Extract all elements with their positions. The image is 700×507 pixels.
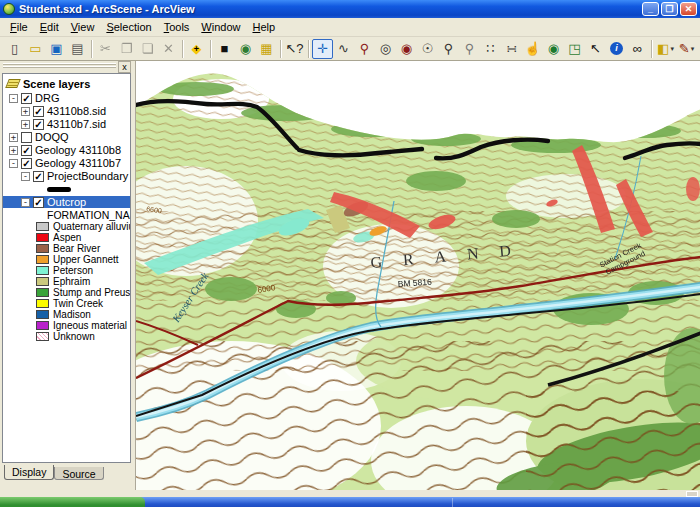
zoom-to-target-button[interactable]: ◉ — [396, 39, 417, 59]
zoom-to-target-icon: ◉ — [401, 42, 412, 55]
zoom-in-tool-button[interactable]: ⚲ — [354, 39, 375, 59]
open-folder-button[interactable]: ▭ — [25, 39, 46, 59]
print-button[interactable]: ▤ — [67, 39, 88, 59]
identify-button[interactable]: i — [606, 39, 627, 59]
toolbar-separator — [651, 40, 652, 58]
fill-color-picker-button[interactable]: ◧▾ — [655, 39, 676, 59]
layer-row-drg[interactable]: -✓DRG — [3, 92, 130, 104]
line-color-picker-dropdown[interactable]: ▾ — [691, 45, 695, 53]
geology-43110b7-expander[interactable]: - — [9, 159, 18, 168]
center-on-target-button[interactable]: ◎ — [375, 39, 396, 59]
new-document-button[interactable]: ▯ — [4, 39, 25, 59]
layer-row-projectboundary[interactable]: -✓ProjectBoundary — [3, 170, 130, 182]
toc-grab-handle[interactable] — [3, 63, 116, 69]
find-button[interactable]: ∞ — [627, 39, 648, 59]
layer-row-doqq[interactable]: +DOQQ — [3, 131, 130, 143]
minimize-button[interactable]: _ — [642, 2, 659, 16]
set-observer-button[interactable]: ☉ — [417, 39, 438, 59]
drg-checkbox[interactable]: ✓ — [21, 93, 32, 104]
pan-button[interactable]: ☝ — [522, 39, 543, 59]
menu-bar: FileEditViewSelectionToolsWindowHelp — [0, 18, 700, 37]
doqq-expander[interactable]: + — [9, 133, 18, 142]
fixed-zoom-in-button[interactable]: ∷ — [480, 39, 501, 59]
layer-row-43110b7-sid[interactable]: +✓43110b7.sid — [3, 118, 130, 130]
fly-button[interactable]: ∿ — [333, 39, 354, 59]
delete-button[interactable]: ✕ — [158, 39, 179, 59]
projectboundary-expander[interactable]: - — [21, 172, 30, 181]
zoom-to-selected-button[interactable]: ◳ — [564, 39, 585, 59]
full-extent-button[interactable]: ◉ — [543, 39, 564, 59]
zoom-in-icon: ⚲ — [444, 42, 454, 55]
menu-item-file[interactable]: File — [4, 19, 34, 35]
43110b7-sid-expander[interactable]: + — [21, 120, 30, 129]
43110b7-sid-checkbox[interactable]: ✓ — [33, 119, 44, 130]
outcrop-expander[interactable]: - — [21, 198, 30, 207]
windows-taskbar[interactable] — [0, 497, 700, 507]
43110b8-sid-label[interactable]: 43110b8.sid — [47, 105, 106, 117]
arccatalog-button[interactable]: ▦ — [256, 39, 277, 59]
add-data-button[interactable]: ◆+ — [186, 39, 207, 59]
zoom-in-button[interactable]: ⚲ — [438, 39, 459, 59]
fixed-zoom-out-button[interactable]: ∺ — [501, 39, 522, 59]
drg-expander[interactable]: - — [9, 94, 18, 103]
contour-lines-bottom-right — [526, 391, 700, 490]
tab-source[interactable]: Source — [54, 467, 103, 480]
outcrop-checkbox[interactable]: ✓ — [33, 197, 44, 208]
zoom-out-icon: ⚲ — [465, 42, 475, 55]
toc-close-button[interactable]: x — [118, 61, 131, 73]
geology-43110b7-label[interactable]: Geology 43110b7 — [35, 157, 121, 169]
select-features-icon: ↖ — [590, 42, 601, 55]
cut-button[interactable]: ✂ — [95, 39, 116, 59]
cut-icon: ✂ — [100, 42, 111, 55]
layer-row-43110b8-sid[interactable]: +✓43110b8.sid — [3, 105, 130, 117]
43110b8-sid-checkbox[interactable]: ✓ — [33, 106, 44, 117]
projectboundary-label[interactable]: ProjectBoundary — [47, 170, 128, 182]
navigate-button[interactable]: ✛ — [312, 39, 333, 59]
paste-button[interactable]: ❏ — [137, 39, 158, 59]
outcrop-label[interactable]: Outcrop — [47, 196, 86, 208]
select-features-button[interactable]: ↖ — [585, 39, 606, 59]
menu-item-window[interactable]: Window — [195, 19, 246, 35]
scene-viewport[interactable]: GRAND BM 5816 Keyser Creek Station Creek… — [135, 61, 700, 490]
geology-43110b8-checkbox[interactable]: ✓ — [21, 145, 32, 156]
restore-button[interactable]: ❐ — [661, 2, 678, 16]
full-extent-icon: ◉ — [548, 42, 559, 55]
paste-icon: ❏ — [142, 42, 154, 55]
doqq-label[interactable]: DOQQ — [35, 131, 69, 143]
doqq-checkbox[interactable] — [21, 132, 32, 143]
start-button[interactable] — [0, 497, 145, 507]
tab-display[interactable]: Display — [4, 465, 54, 480]
scene-globe-icon: ◉ — [240, 42, 251, 55]
line-color-picker-button[interactable]: ✎▾ — [676, 39, 697, 59]
geology-43110b8-expander[interactable]: + — [9, 146, 18, 155]
drg-label[interactable]: DRG — [35, 92, 59, 104]
open-folder-icon: ▭ — [29, 42, 41, 55]
menu-item-help[interactable]: Help — [246, 19, 281, 35]
fill-color-picker-dropdown[interactable]: ▾ — [670, 45, 674, 53]
zoom-out-button[interactable]: ⚲ — [459, 39, 480, 59]
upper-gannett-label: Upper Gannett — [53, 254, 119, 265]
menu-item-view[interactable]: View — [65, 19, 101, 35]
close-button[interactable]: ✕ — [680, 2, 697, 16]
menu-item-selection[interactable]: Selection — [100, 19, 157, 35]
layer-row-outcrop[interactable]: -✓Outcrop — [3, 196, 130, 208]
layer-row-geology-43110b8[interactable]: +✓Geology 43110b8 — [3, 144, 130, 156]
menu-item-tools[interactable]: Tools — [158, 19, 196, 35]
43110b7-sid-label[interactable]: 43110b7.sid — [47, 118, 106, 130]
toolbar-separator — [308, 40, 309, 58]
zoom-to-selected-icon: ◳ — [568, 42, 580, 55]
viewer-window-button[interactable]: ■ — [214, 39, 235, 59]
scene-layers-label: Scene layers — [23, 78, 90, 90]
whats-this-button[interactable]: ↖? — [284, 39, 305, 59]
geology-43110b7-checkbox[interactable]: ✓ — [21, 158, 32, 169]
menu-item-edit[interactable]: Edit — [34, 19, 65, 35]
zoom-in-tool-icon: ⚲ — [360, 42, 370, 55]
save-button[interactable]: ▣ — [46, 39, 67, 59]
geology-43110b8-label[interactable]: Geology 43110b8 — [35, 144, 121, 156]
projectboundary-checkbox[interactable]: ✓ — [33, 171, 44, 182]
layer-row-geology-43110b7[interactable]: -✓Geology 43110b7 — [3, 157, 130, 169]
copy-button[interactable]: ❐ — [116, 39, 137, 59]
scene-globe-button[interactable]: ◉ — [235, 39, 256, 59]
legend-item-ephraim: Ephraim — [3, 276, 130, 287]
43110b8-sid-expander[interactable]: + — [21, 107, 30, 116]
